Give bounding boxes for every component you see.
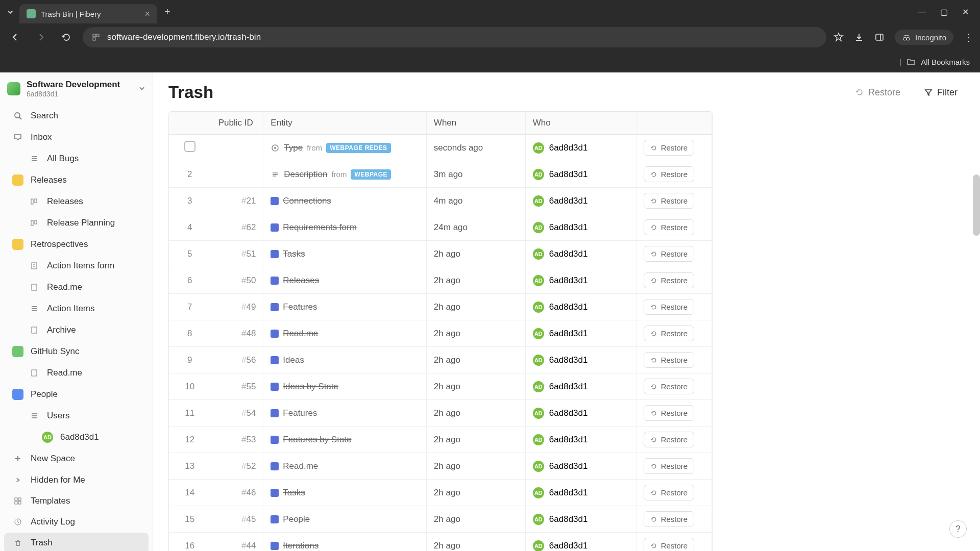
table-row[interactable]: Type from WEBPAGE REDESseconds agoAD6ad8… [169, 135, 712, 161]
table-row[interactable]: 13#52Read.me2h agoAD6ad8d3d1Restore [169, 453, 712, 480]
sidebar-action-items-form[interactable]: Action Items form [4, 256, 149, 276]
svg-rect-32 [15, 502, 17, 504]
sidebar-github-space[interactable]: GitHub Sync [4, 341, 149, 362]
svg-rect-3 [876, 34, 883, 40]
avatar-icon: AD [533, 487, 544, 498]
table-row[interactable]: 5#51Tasks2h agoAD6ad8d3d1Restore [169, 241, 712, 267]
panel-icon[interactable] [874, 32, 885, 42]
reload-button[interactable] [57, 28, 76, 46]
sidebar-new-space[interactable]: New Space [4, 448, 149, 469]
restore-row-button[interactable]: Restore [644, 511, 695, 527]
restore-row-button[interactable]: Restore [644, 405, 695, 421]
restore-row-button[interactable]: Restore [644, 272, 695, 288]
table-row[interactable]: 8#48Read.me2h agoAD6ad8d3d1Restore [169, 320, 712, 347]
sidebar-all-bugs[interactable]: All Bugs [4, 148, 149, 169]
table-row[interactable]: 9#56Ideas2h agoAD6ad8d3d1Restore [169, 347, 712, 373]
all-bookmarks-link[interactable]: All Bookmarks [921, 58, 970, 66]
close-window-icon[interactable]: ✕ [962, 7, 969, 17]
when-value: 2h ago [434, 249, 460, 259]
site-info-icon[interactable] [92, 33, 100, 41]
table-row[interactable]: 16#44Iterations2h agoAD6ad8d3d1Restore [169, 533, 712, 552]
restore-row-button[interactable]: Restore [644, 432, 695, 447]
url-field[interactable]: software-development.fibery.io/trash-bin [83, 27, 826, 47]
filter-button[interactable]: Filter [917, 83, 965, 102]
public-id: 50 [246, 276, 256, 285]
row-number: 9 [187, 355, 192, 365]
browser-tab[interactable]: Trash Bin | Fibery × [19, 4, 157, 23]
avatar-icon: AD [533, 248, 544, 260]
favicon-icon [27, 9, 36, 18]
restore-row-button[interactable]: Restore [644, 219, 695, 235]
restore-icon [650, 330, 657, 337]
table-row[interactable]: 4#62Requirements form24m agoAD6ad8d3d1Re… [169, 214, 712, 241]
restore-row-button[interactable]: Restore [644, 538, 695, 551]
sidebar-readme-2[interactable]: Read.me [4, 363, 149, 383]
restore-selected-button[interactable]: Restore [848, 83, 908, 102]
when-value: 24m ago [434, 222, 468, 232]
restore-row-button[interactable]: Restore [644, 140, 695, 156]
sidebar-action-items[interactable]: Action Items [4, 298, 149, 319]
table-row[interactable]: 3#21Connections4m agoAD6ad8d3d1Restore [169, 188, 712, 214]
tab-history-button[interactable] [4, 6, 16, 18]
sidebar-hidden[interactable]: Hidden for Me [4, 470, 149, 490]
sidebar-releases-view[interactable]: Releases [4, 191, 149, 212]
sidebar-templates[interactable]: Templates [4, 491, 149, 511]
new-tab-button[interactable]: + [164, 6, 170, 18]
space-icon [12, 174, 23, 186]
restore-row-button[interactable]: Restore [644, 352, 695, 368]
sidebar-releases-space[interactable]: Releases [4, 170, 149, 190]
sidebar-trash[interactable]: Trash [4, 533, 149, 551]
table-row[interactable]: 7#49Features2h agoAD6ad8d3d1Restore [169, 294, 712, 320]
sidebar-inbox[interactable]: Inbox [4, 127, 149, 147]
public-id: 53 [246, 435, 256, 444]
svg-rect-31 [18, 498, 21, 500]
restore-row-button[interactable]: Restore [644, 299, 695, 315]
back-button[interactable] [6, 28, 24, 46]
menu-icon[interactable]: ⋮ [964, 31, 974, 43]
table-row[interactable]: 6#50Releases2h agoAD6ad8d3d1Restore [169, 267, 712, 294]
database-icon [271, 303, 279, 311]
close-tab-icon[interactable]: × [144, 9, 150, 19]
when-value: 2h ago [434, 488, 460, 497]
restore-icon [650, 383, 657, 390]
workspace-switcher[interactable]: Software Development 6ad8d3d1 [0, 72, 153, 105]
incognito-badge[interactable]: Incognito [895, 30, 953, 45]
sidebar-readme-1[interactable]: Read.me [4, 277, 149, 297]
maximize-icon[interactable]: ▢ [940, 7, 948, 17]
sidebar-user-entry[interactable]: AD 6ad8d3d1 [4, 427, 149, 447]
restore-row-button[interactable]: Restore [644, 325, 695, 341]
when-value: 2h ago [434, 408, 460, 418]
minimize-icon[interactable]: — [918, 7, 926, 17]
table-row[interactable]: 15#45People2h agoAD6ad8d3d1Restore [169, 506, 712, 533]
restore-icon [650, 224, 657, 231]
sidebar-release-planning[interactable]: Release Planning [4, 213, 149, 233]
downloads-icon[interactable] [854, 32, 864, 42]
forward-button[interactable] [32, 28, 50, 46]
table-row[interactable]: 11#54Features2h agoAD6ad8d3d1Restore [169, 400, 712, 427]
database-icon [271, 515, 279, 523]
sidebar-activity-log[interactable]: Activity Log [4, 512, 149, 532]
row-checkbox[interactable] [184, 141, 195, 152]
restore-row-button[interactable]: Restore [644, 379, 695, 394]
restore-row-button[interactable]: Restore [644, 166, 695, 182]
sidebar-people-space[interactable]: People [4, 384, 149, 405]
avatar-icon: AD [533, 540, 544, 552]
table-row[interactable]: 2Description from WEBPAGE3m agoAD6ad8d3d… [169, 161, 712, 188]
workspace-sub: 6ad8d3d1 [27, 90, 132, 98]
avatar-icon: AD [533, 195, 544, 207]
sidebar-users[interactable]: Users [4, 406, 149, 426]
scrollbar[interactable] [973, 174, 980, 236]
restore-row-button[interactable]: Restore [644, 246, 695, 262]
restore-row-button[interactable]: Restore [644, 193, 695, 209]
restore-icon [650, 304, 657, 311]
sidebar-search[interactable]: Search [4, 106, 149, 126]
bookmark-star-icon[interactable] [834, 32, 844, 42]
table-row[interactable]: 14#46Tasks2h agoAD6ad8d3d1Restore [169, 480, 712, 506]
table-row[interactable]: 12#53Features by State2h agoAD6ad8d3d1Re… [169, 427, 712, 453]
table-row[interactable]: 10#55Ideas by State2h agoAD6ad8d3d1Resto… [169, 373, 712, 400]
sidebar-retrospectives-space[interactable]: Retrospectives [4, 234, 149, 255]
restore-row-button[interactable]: Restore [644, 458, 695, 474]
restore-row-button[interactable]: Restore [644, 485, 695, 500]
sidebar-archive[interactable]: Archive [4, 320, 149, 340]
help-button[interactable]: ? [949, 520, 967, 538]
